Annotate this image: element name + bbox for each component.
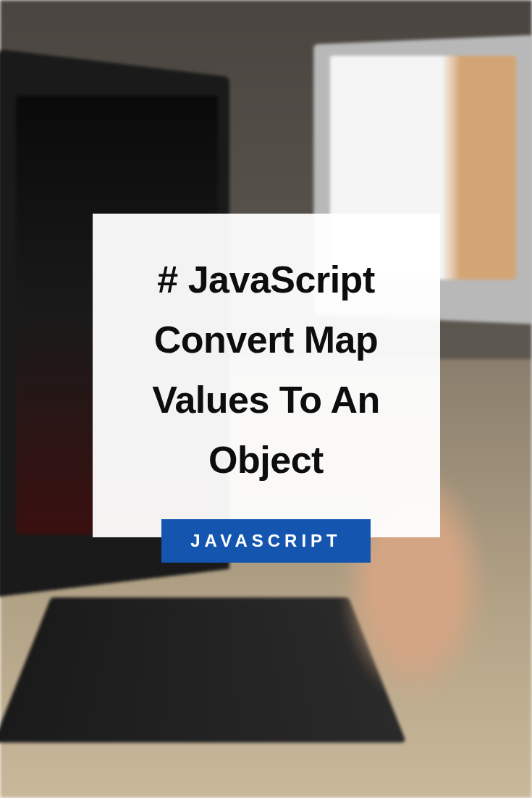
title-card: # JavaScript Convert Map Values To An Ob… [93, 214, 440, 538]
category-badge: JAVASCRIPT [161, 519, 370, 563]
content-overlay: # JavaScript Convert Map Values To An Ob… [0, 0, 532, 798]
title-text: # JavaScript Convert Map Values To An Ob… [122, 250, 411, 491]
